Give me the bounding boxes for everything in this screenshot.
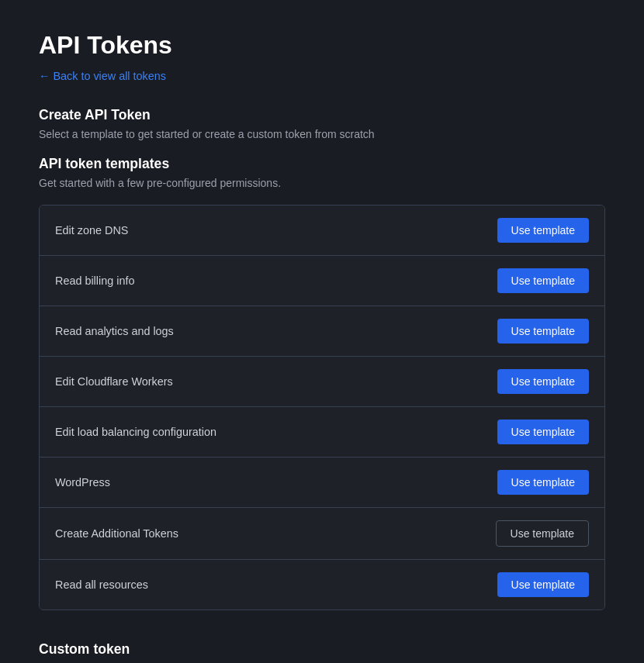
template-name-edit-zone-dns: Edit zone DNS bbox=[55, 224, 128, 237]
template-row-edit-load-balancing: Edit load balancing configurationUse tem… bbox=[40, 407, 604, 458]
use-template-button-edit-zone-dns[interactable]: Use template bbox=[497, 218, 589, 243]
template-row-read-billing-info: Read billing infoUse template bbox=[40, 256, 604, 306]
template-row-create-additional-tokens: Create Additional TokensUse template bbox=[40, 508, 604, 560]
page-title: API Tokens bbox=[39, 31, 605, 60]
custom-token-title: Custom token bbox=[39, 641, 605, 658]
use-template-button-read-analytics-logs[interactable]: Use template bbox=[497, 319, 589, 344]
templates-section-title: API token templates bbox=[39, 156, 605, 172]
use-template-button-edit-cloudflare-workers[interactable]: Use template bbox=[497, 369, 589, 394]
template-row-edit-zone-dns: Edit zone DNSUse template bbox=[40, 205, 604, 256]
create-section-title: Create API Token bbox=[39, 107, 605, 123]
use-template-button-read-all-resources[interactable]: Use template bbox=[497, 572, 589, 597]
template-row-read-analytics-logs: Read analytics and logsUse template bbox=[40, 306, 604, 357]
use-template-button-create-additional-tokens[interactable]: Use template bbox=[496, 520, 589, 547]
template-name-read-analytics-logs: Read analytics and logs bbox=[55, 325, 174, 337]
use-template-button-edit-load-balancing[interactable]: Use template bbox=[497, 420, 589, 444]
template-name-wordpress: WordPress bbox=[55, 476, 110, 489]
create-api-token-section: Create API Token Select a template to ge… bbox=[39, 107, 605, 140]
create-section-description: Select a template to get started or crea… bbox=[39, 128, 605, 140]
template-name-edit-load-balancing: Edit load balancing configuration bbox=[55, 426, 216, 438]
templates-section: API token templates Get started with a f… bbox=[39, 156, 605, 610]
template-name-read-billing-info: Read billing info bbox=[55, 275, 134, 287]
use-template-button-read-billing-info[interactable]: Use template bbox=[497, 268, 589, 293]
template-name-edit-cloudflare-workers: Edit Cloudflare Workers bbox=[55, 375, 173, 388]
templates-container: Edit zone DNSUse templateRead billing in… bbox=[39, 205, 605, 610]
templates-section-description: Get started with a few pre-configured pe… bbox=[39, 177, 605, 189]
custom-token-section: Custom token Create a custom API token b… bbox=[39, 641, 605, 663]
template-row-read-all-resources: Read all resourcesUse template bbox=[40, 560, 604, 609]
back-link[interactable]: ← Back to view all tokens bbox=[39, 70, 166, 82]
template-name-read-all-resources: Read all resources bbox=[55, 578, 148, 591]
template-row-edit-cloudflare-workers: Edit Cloudflare WorkersUse template bbox=[40, 357, 604, 407]
template-row-wordpress: WordPressUse template bbox=[40, 458, 604, 508]
use-template-button-wordpress[interactable]: Use template bbox=[497, 470, 589, 495]
template-name-create-additional-tokens: Create Additional Tokens bbox=[55, 527, 178, 540]
